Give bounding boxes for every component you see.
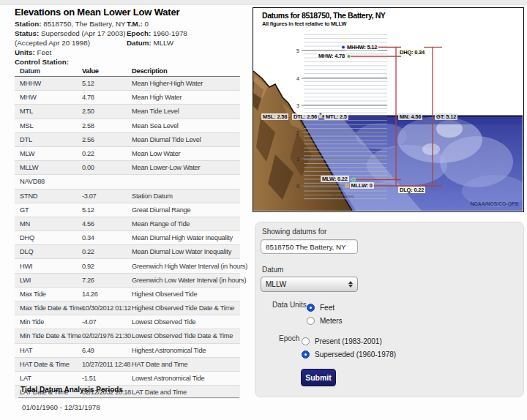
description-cell: Highest Astronomical Tide [132, 347, 240, 354]
description-cell: Mean Higher-High Water [132, 80, 240, 87]
value-cell: 2.58 [82, 122, 132, 130]
unit-option-meters[interactable]: Meters [307, 313, 343, 326]
datum-value: MLLW [153, 39, 173, 47]
axis-tick-label: 3 [296, 103, 299, 108]
value-cell: 6.49 [82, 347, 132, 354]
header-description: Description [132, 67, 240, 75]
header-value: Value [82, 67, 132, 75]
dhq-label: DHQ: 0.34 [398, 49, 426, 56]
graphic-title: Datums for 8518750, The Battery, NY [262, 11, 385, 20]
description-cell: HAT Date and Time [132, 361, 240, 368]
table-row: LWI7.26Greenwich Low Water Interval (in … [15, 273, 240, 287]
mlw-label: MLW: 0.22 [321, 176, 349, 182]
datum-cell: Max Tide Date & Time [15, 304, 82, 312]
description-cell: Highest Observed Tide [132, 290, 240, 298]
dlq-label: DLQ: 0.22 [398, 187, 425, 193]
datum-cell: DLQ [15, 248, 82, 255]
description-cell: Mean Diurnal High Water Inequality [132, 234, 240, 241]
datum-select-label: Datum [262, 266, 283, 274]
datum-cell: MN [15, 220, 82, 228]
table-row: HWI0.92Greenwich High Water Interval (in… [15, 258, 240, 272]
epoch-option-superseded[interactable]: Superseded (1960-1978) [302, 347, 396, 360]
table-row: Min Tide Date & Time02/02/1976 21:30Lowe… [15, 329, 240, 342]
table-row: MHHW5.12Mean Higher-High Water [15, 77, 240, 90]
datum-cell: LWI [15, 277, 82, 284]
datums-table: Datum Value Description MHHW5.12Mean Hig… [15, 65, 240, 399]
meters-radio[interactable] [307, 317, 315, 325]
table-header: Datum Value Description [15, 65, 240, 77]
mhhw-marker-icon [342, 45, 345, 49]
datum-cell: NAVD88 [15, 178, 82, 185]
mtl-marker-top-icon [319, 113, 322, 116]
datum-cell: MTL [15, 108, 82, 115]
station-input[interactable] [261, 239, 358, 254]
datum-cell: Min Tide Date & Time [15, 332, 82, 340]
table-row: MN4.56Mean Range of Tide [15, 217, 240, 230]
value-cell: 2.56 [82, 136, 132, 143]
mhw-label: MHW: 4.78 [317, 53, 346, 59]
submit-button[interactable]: Submit [301, 369, 336, 386]
datums-watermark: Datums [332, 193, 354, 200]
value-cell: 0.22 [82, 248, 132, 255]
datum-cell: STND [15, 192, 82, 200]
showing-datums-label: Showing datums for [262, 228, 326, 236]
data-units-label: Data Units [272, 301, 307, 309]
description-cell: Mean Range of Tide [132, 220, 240, 228]
station-value: 8518750, The Battery, NY [43, 20, 125, 28]
epoch-meta: Epoch: 1960-1978 [127, 29, 187, 37]
description-cell: Lowest Observed Tide [132, 318, 240, 326]
description-cell: Mean Diurnal Tide Level [132, 136, 240, 143]
value-cell: -4.07 [82, 318, 132, 326]
axis-tick-label: 1 [296, 157, 299, 162]
table-body: MHHW5.12Mean Higher-High WaterMHW4.78Mea… [15, 77, 240, 399]
table-row: HAT Date & Time10/27/2011 12:48HAT Date … [15, 357, 240, 371]
status-meta: Status: Superseded (Apr 17 2003) [15, 29, 125, 37]
description-cell: Highest Observed Tide Date & Time [132, 304, 240, 312]
datum-cell: MSL [15, 122, 82, 130]
value-cell: 0.00 [82, 164, 132, 171]
description-cell: Greenwich High Water Interval (in hours) [132, 263, 247, 270]
datums-graphic: 543210 Datums for 8518750, The Battery, … [253, 7, 524, 212]
value-cell: 4.56 [82, 220, 132, 228]
description-cell: Lowest Astronomical Tide [132, 375, 240, 382]
dtl-label: DTL: 2.56 [292, 113, 318, 120]
superseded-radio[interactable] [302, 350, 310, 359]
value-cell: 10/27/2011 12:48 [82, 361, 132, 368]
datum-cell: MLW [15, 150, 82, 157]
value-cell: 5.12 [82, 206, 132, 214]
datum-select[interactable]: MLLW [261, 277, 358, 292]
feet-label: Feet [320, 304, 334, 312]
select-stepper-icon [348, 281, 353, 288]
table-row: GT5.12Great Diurnal Range [15, 203, 240, 217]
page-title: Elevations on Mean Lower Low Water [15, 7, 179, 18]
mn-label: MN: 4.56 [398, 113, 422, 120]
noaa-credit: NOAA/NOS/CO-OPS [471, 201, 518, 206]
datums-illustration: 543210 [253, 8, 523, 211]
tm-meta: T.M.: 0 [127, 20, 149, 28]
description-cell: Mean Tide Level [132, 108, 240, 115]
mhhw-label: MHHW: 5.12 [345, 44, 378, 50]
value-cell: 0.92 [82, 263, 132, 270]
epoch-label: Epoch: [127, 29, 151, 37]
datum-cell: LAT [15, 375, 82, 382]
feet-radio[interactable] [307, 304, 315, 312]
datum-cell: HAT Date & Time [15, 361, 82, 368]
description-cell: Mean High Water [132, 94, 240, 101]
datum-cell: MHHW [15, 80, 82, 87]
description-cell: LAT Date and Time [132, 389, 240, 396]
table-row: MHW4.78Mean High Water [15, 90, 240, 104]
tidal-analysis-heading: Tidal Datum Analysis Periods [20, 386, 123, 394]
table-row: HAT6.49Highest Astronomical Tide [15, 343, 240, 357]
value-cell: 7.26 [82, 277, 132, 284]
table-row: LAT-1.51Lowest Astronomical Tide [15, 371, 240, 385]
epoch-option-present[interactable]: Present (1983-2001) [302, 334, 382, 347]
datum-cell: DTL [15, 136, 82, 143]
present-radio[interactable] [302, 337, 310, 345]
unit-option-feet[interactable]: Feet [307, 300, 334, 313]
description-cell: Mean Low Water [132, 150, 240, 157]
top-strip [0, 0, 527, 5]
mtl-label: MTL: 2.5 [324, 113, 348, 120]
description-cell: Mean Lower-Low Water [132, 164, 240, 171]
mhw-marker-icon [347, 55, 351, 59]
value-cell: 0.34 [82, 234, 132, 241]
